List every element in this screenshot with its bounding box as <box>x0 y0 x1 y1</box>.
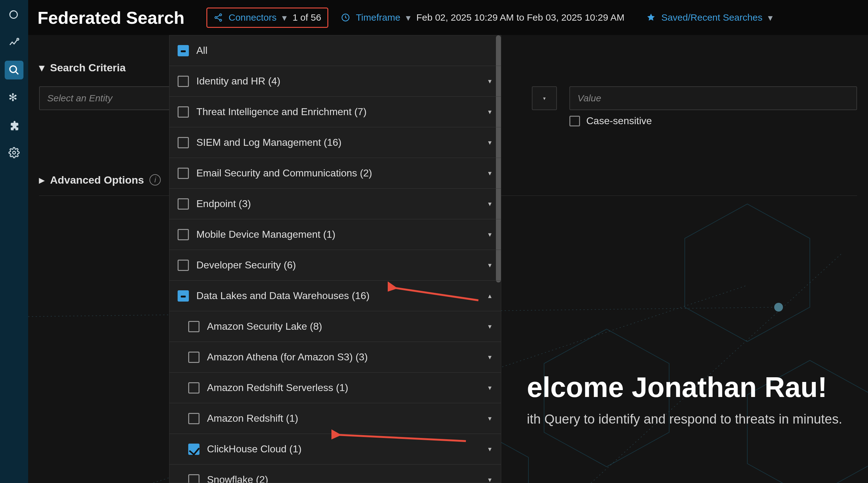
puzzle-icon <box>8 120 20 131</box>
dd-group-row[interactable]: Mobile Device Management (1) ▾ <box>169 219 501 250</box>
dd-child-label: ClickHouse Cloud (1) <box>207 443 302 455</box>
dd-child-row[interactable]: Snowflake (2) ▾ <box>169 464 501 483</box>
logo-icon <box>8 9 20 21</box>
checkbox-indeterminate-icon <box>178 45 189 56</box>
dd-child-row[interactable]: Amazon Athena (for Amazon S3) (3) ▾ <box>169 342 501 372</box>
checkbox-icon <box>178 76 189 87</box>
chevron-down-icon: ▾ <box>39 61 44 74</box>
svg-point-4 <box>219 14 221 16</box>
checkbox-icon <box>188 413 199 424</box>
checkbox-indeterminate-icon <box>178 290 189 302</box>
dd-group-label: Email Security and Communications (2) <box>196 168 372 179</box>
gear-icon <box>8 147 20 158</box>
svg-marker-8 <box>685 204 810 341</box>
connectors-selector[interactable]: Connectors ▾ 1 of 56 <box>206 7 328 28</box>
entity-placeholder: Select an Entity <box>47 93 112 103</box>
share-icon <box>214 13 223 22</box>
dd-group-row[interactable]: Threat Intelligence and Enrichment (7) ▾ <box>169 97 501 127</box>
dd-group-row[interactable]: Email Security and Communications (2) ▾ <box>169 158 501 189</box>
dd-group-row[interactable]: Developer Security (6) ▾ <box>169 250 501 281</box>
advanced-label: Advanced Options <box>50 174 144 186</box>
info-icon[interactable]: i <box>150 174 161 185</box>
dd-group-label: Data Lakes and Data Warehouses (16) <box>196 290 370 302</box>
caret-down-icon: ▾ <box>488 476 492 483</box>
dd-child-row-checked[interactable]: ClickHouse Cloud (1) ▾ <box>169 434 501 464</box>
caret-down-icon: ▾ <box>488 200 492 208</box>
svg-line-14 <box>591 254 841 483</box>
timeframe-value: Feb 02, 2025 10:29 AM to Feb 03, 2025 10… <box>416 12 624 23</box>
timeframe-label: Timeframe <box>356 12 400 23</box>
connectors-label: Connectors <box>228 12 276 23</box>
nav-analytics[interactable] <box>5 33 24 52</box>
welcome-banner: elcome Jonathan Rau! ith Query to identi… <box>527 371 842 427</box>
checkbox-icon <box>569 116 580 126</box>
dd-group-label: Mobile Device Management (1) <box>196 229 336 240</box>
caret-down-icon: ▾ <box>488 323 492 331</box>
case-sensitive-option[interactable]: Case-sensitive <box>569 115 857 127</box>
caret-down-icon: ▾ <box>488 169 492 177</box>
dd-child-label: Amazon Athena (for Amazon S3) (3) <box>207 351 368 363</box>
caret-down-icon: ▾ <box>488 415 492 423</box>
checkbox-icon <box>178 229 189 240</box>
connectors-dropdown-panel: All Identity and HR (4) ▾ Threat Intelli… <box>169 35 501 483</box>
dd-group-label: Endpoint (3) <box>196 198 251 210</box>
dd-group-label: Developer Security (6) <box>196 259 296 271</box>
dd-group-label: SIEM and Log Management (16) <box>196 137 341 148</box>
caret-down-icon: ▾ <box>488 353 492 361</box>
caret-down-icon: ▾ <box>488 108 492 116</box>
caret-down-icon: ▾ <box>488 261 492 269</box>
connectors-count: 1 of 56 <box>292 12 321 23</box>
svg-point-1 <box>17 38 19 40</box>
value-input[interactable]: Value <box>569 86 857 110</box>
checkbox-icon <box>178 107 189 118</box>
svg-point-15 <box>774 303 783 311</box>
welcome-heading: elcome Jonathan Rau! <box>527 371 842 403</box>
topbar: Federated Search Connectors ▾ 1 of 56 Ti… <box>28 0 868 35</box>
checkbox-icon <box>178 260 189 271</box>
dd-child-label: Amazon Security Lake (8) <box>207 321 322 332</box>
checkbox-icon <box>188 474 199 483</box>
checkbox-icon <box>188 321 199 332</box>
svg-point-3 <box>13 151 16 154</box>
dd-child-row[interactable]: Amazon Redshift (1) ▾ <box>169 403 501 434</box>
dd-child-row[interactable]: Amazon Security Lake (8) ▾ <box>169 311 501 342</box>
network-icon: ✻ <box>8 92 20 103</box>
dd-group-label: Identity and HR (4) <box>196 76 280 87</box>
checkbox-icon <box>178 137 189 148</box>
dd-all-label: All <box>196 45 208 56</box>
svg-point-5 <box>215 17 217 19</box>
search-icon <box>8 64 20 76</box>
clock-icon <box>341 13 350 22</box>
dd-group-row-expanded[interactable]: Data Lakes and Data Warehouses (16) ▴ <box>169 281 501 311</box>
chevron-down-icon: ▾ <box>282 12 287 23</box>
caret-down-icon: ▾ <box>488 445 492 453</box>
nav-plugins[interactable] <box>5 116 24 134</box>
caret-down-icon: ▾ <box>488 231 492 239</box>
nav-logo[interactable] <box>5 6 24 24</box>
middle-dropdown[interactable]: ▾ <box>532 86 557 110</box>
dd-child-label: Snowflake (2) <box>207 474 268 483</box>
chart-icon <box>8 37 20 48</box>
nav-search[interactable] <box>5 61 24 80</box>
dd-group-row[interactable]: Endpoint (3) ▾ <box>169 189 501 219</box>
dd-group-label: Threat Intelligence and Enrichment (7) <box>196 106 367 118</box>
nav-settings[interactable] <box>5 143 24 162</box>
svg-point-2 <box>10 66 17 72</box>
welcome-subtext: ith Query to identify and respond to thr… <box>527 412 842 427</box>
svg-point-6 <box>219 20 221 21</box>
dd-all-row[interactable]: All <box>169 35 501 66</box>
checkbox-icon <box>178 198 189 210</box>
dd-child-row[interactable]: Amazon Redshift Serverless (1) ▾ <box>169 372 501 403</box>
caret-down-icon: ▾ <box>488 384 492 392</box>
caret-up-icon: ▴ <box>488 292 492 300</box>
left-nav: ✻ <box>0 0 28 483</box>
timeframe-selector[interactable]: Timeframe ▾ Feb 02, 2025 10:29 AM to Feb… <box>341 12 624 23</box>
checkbox-checked-icon <box>188 444 199 455</box>
dd-group-row[interactable]: SIEM and Log Management (16) ▾ <box>169 127 501 158</box>
page-title: Federated Search <box>37 7 184 28</box>
value-placeholder: Value <box>578 93 601 103</box>
dd-group-row[interactable]: Identity and HR (4) ▾ <box>169 66 501 97</box>
nav-connectors[interactable]: ✻ <box>5 88 24 107</box>
chevron-down-icon: ▾ <box>406 12 410 23</box>
saved-searches-selector[interactable]: Saved/Recent Searches ▾ <box>646 12 773 23</box>
